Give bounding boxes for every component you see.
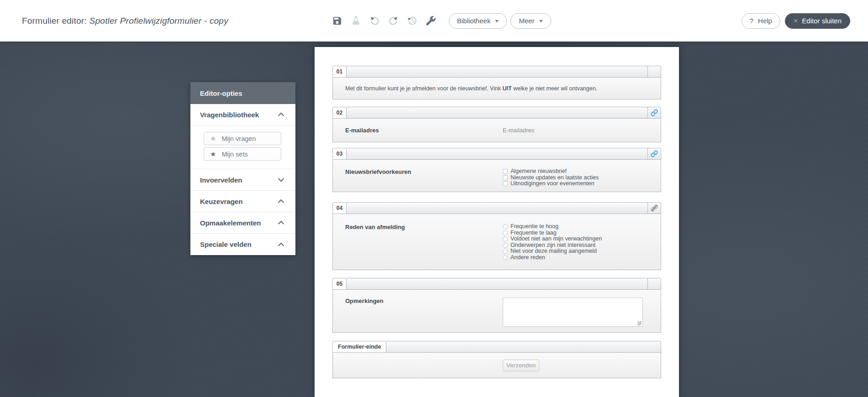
radio-label: Frequentie te laag xyxy=(510,230,557,236)
sidebar-item-label: Speciale velden xyxy=(200,240,252,248)
history-icon[interactable] xyxy=(406,16,417,26)
radio-option: Frequentie te laag xyxy=(503,230,602,236)
radio-button[interactable] xyxy=(503,255,508,260)
chevron-up-icon xyxy=(278,112,284,117)
page-title: Formulier editor: Spotler Profielwijzigf… xyxy=(22,0,228,42)
unlink-icon[interactable] xyxy=(647,202,661,214)
editor-options-body: Vragenbibliotheek ★ Mijn vragen ★ Mijn s… xyxy=(190,104,295,255)
chevron-up-icon xyxy=(278,220,284,225)
radio-label: Voldoet niet aan mijn verwachtingen xyxy=(510,236,602,242)
form-block-04: 04 Reden van afmelding Frequentie te hoo… xyxy=(332,202,661,270)
sidebar-item-opmaakelementen[interactable]: Opmaakelementen xyxy=(190,212,295,234)
intro-text-after: welke je niet meer wil ontvangen. xyxy=(512,85,598,92)
save-icon[interactable] xyxy=(331,16,342,26)
checkbox-option: Uitnodigingen voor evenementen xyxy=(503,181,599,187)
radio-button[interactable] xyxy=(503,236,508,241)
comments-textarea[interactable] xyxy=(503,298,643,327)
bibliotheek-dropdown[interactable]: Bibliotheek xyxy=(449,13,507,29)
block-05-handle-box[interactable] xyxy=(647,278,661,290)
checkbox[interactable] xyxy=(503,175,508,180)
radio-button[interactable] xyxy=(503,243,508,248)
sidebar-item-label: Opmaakelementen xyxy=(200,219,261,227)
help-button[interactable]: ? Help xyxy=(742,13,780,29)
chevron-down-icon xyxy=(278,178,284,182)
block-03-header: 03 xyxy=(332,148,661,160)
form-end-header: Formulier-einde xyxy=(332,341,661,353)
form-end-block: Formulier-einde Verzenden xyxy=(332,341,661,378)
block-05-body: Opmerkingen xyxy=(332,289,661,333)
radio-label: Onderwerpen zijn niet interessant xyxy=(510,242,595,248)
intro-text: Met dit formulier kunt je je afmelden vo… xyxy=(345,85,597,92)
verzenden-button[interactable]: Verzenden xyxy=(503,360,539,371)
block-01-body: Met dit formulier kunt je je afmelden vo… xyxy=(332,77,661,99)
editor-stage: 01 Met dit formulier kunt je je afmelden… xyxy=(0,42,868,397)
email-field-value[interactable]: E-mailadres xyxy=(503,127,534,134)
redo-icon[interactable] xyxy=(388,16,399,26)
meer-dropdown[interactable]: Meer xyxy=(510,13,551,29)
checkbox-label: Algemene nieuwsbrief xyxy=(510,168,567,174)
sidebar-item-invoervelden[interactable]: Invoervelden xyxy=(190,169,295,191)
radio-label: Niet voor deze mailing aangemeld xyxy=(510,248,597,254)
form-canvas: 01 Met dit formulier kunt je je afmelden… xyxy=(315,47,679,397)
star-icon: ★ xyxy=(210,135,216,142)
flask-icon[interactable] xyxy=(350,16,361,26)
block-drag-strip[interactable] xyxy=(347,278,648,290)
checkbox[interactable] xyxy=(503,169,508,174)
wrench-icon[interactable] xyxy=(425,16,436,26)
sidebar-item-label: Vragenbibliotheek xyxy=(200,111,259,119)
undo-icon[interactable] xyxy=(369,16,380,26)
block-01-handle-box[interactable] xyxy=(647,66,661,78)
mijn-vragen-button[interactable]: ★ Mijn vragen xyxy=(204,132,281,145)
block-04-header: 04 xyxy=(332,202,661,214)
block-number-tab: 05 xyxy=(332,278,347,290)
link-icon[interactable] xyxy=(647,148,661,160)
block-01-header: 01 xyxy=(332,66,661,78)
sidebar-item-vragenbibliotheek[interactable]: Vragenbibliotheek xyxy=(190,104,295,125)
link-icon[interactable] xyxy=(647,107,661,119)
form-block-05: 05 Opmerkingen xyxy=(332,278,661,333)
field-label: Opmerkingen xyxy=(345,298,503,332)
form-end-tab: Formulier-einde xyxy=(332,341,386,353)
field-label: Reden van afmelding xyxy=(345,224,503,270)
block-number-tab: 02 xyxy=(332,107,347,119)
chevron-up-icon xyxy=(278,242,284,247)
block-03-body: Nieuwsbriefvoorkeuren Algemene nieuwsbri… xyxy=(332,159,661,192)
chevron-up-icon xyxy=(278,199,284,204)
radio-option: Andere reden xyxy=(503,255,602,261)
sidebar-item-keuzevragen[interactable]: Keuzevragen xyxy=(190,191,295,212)
radio-group: Frequentie te hoog Frequentie te laag Vo… xyxy=(503,224,602,270)
mijn-sets-button[interactable]: ★ Mijn sets xyxy=(204,147,281,161)
radio-option: Voldoet niet aan mijn verwachtingen xyxy=(503,236,602,242)
radio-button[interactable] xyxy=(503,230,508,235)
editor-toolbar: Bibliotheek Meer xyxy=(331,0,551,42)
sidebar-item-label: Invoervelden xyxy=(200,176,242,184)
radio-option: Niet voor deze mailing aangemeld xyxy=(503,248,602,255)
meer-label: Meer xyxy=(519,17,534,25)
checkbox-label: Uitnodigingen voor evenementen xyxy=(510,181,594,187)
block-drag-strip[interactable] xyxy=(386,341,661,353)
block-drag-strip[interactable] xyxy=(347,148,648,160)
close-editor-button[interactable]: × Editor sluiten xyxy=(785,13,850,29)
top-bar: Formulier editor: Spotler Profielwijzigf… xyxy=(0,0,868,42)
radio-button[interactable] xyxy=(503,249,508,254)
editor-options-title: Editor-opties xyxy=(190,82,295,104)
question-icon: ? xyxy=(750,17,753,25)
checkbox[interactable] xyxy=(503,181,508,186)
help-label: Help xyxy=(758,17,772,25)
block-number-tab: 04 xyxy=(332,202,347,214)
block-drag-strip[interactable] xyxy=(347,107,648,119)
form-end-body: Verzenden xyxy=(332,352,661,378)
form-block-01: 01 Met dit formulier kunt je je afmelden… xyxy=(332,66,661,99)
resize-grip-icon[interactable] xyxy=(637,321,642,325)
chevron-down-icon xyxy=(539,20,543,22)
block-02-header: 02 xyxy=(332,107,661,119)
block-number-tab: 03 xyxy=(332,148,347,160)
block-drag-strip[interactable] xyxy=(347,202,648,214)
radio-button[interactable] xyxy=(503,224,508,229)
block-02-body: E-mailadres E-mailadres xyxy=(332,118,661,142)
mijn-vragen-label: Mijn vragen xyxy=(221,135,256,142)
block-drag-strip[interactable] xyxy=(347,66,648,78)
sidebar-item-label: Keuzevragen xyxy=(200,198,242,205)
intro-text-bold: UIT xyxy=(502,85,511,92)
sidebar-item-speciale-velden[interactable]: Speciale velden xyxy=(190,234,295,255)
